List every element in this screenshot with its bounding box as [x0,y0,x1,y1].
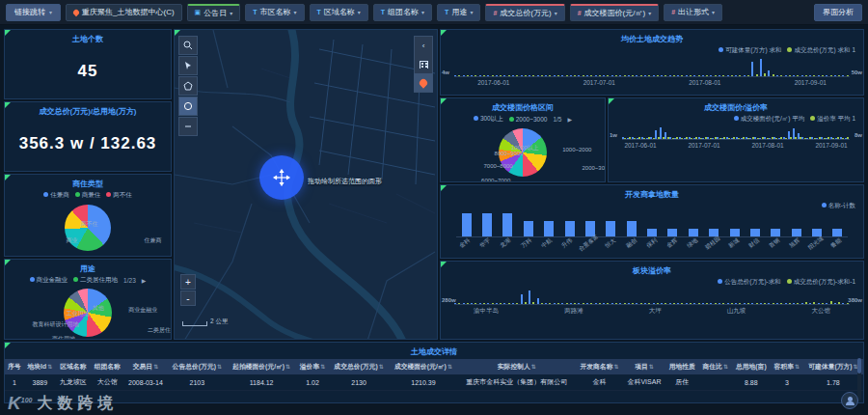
chart-bar [557,303,559,304]
selection-circle[interactable] [259,155,304,200]
clear-icon[interactable] [178,117,198,136]
x-tick: 山九坡 [727,307,746,316]
chevron-down-icon: ▾ [294,9,297,15]
table-header-cell[interactable]: 交易日⇅ [124,359,168,374]
chart-bar [500,75,502,76]
assistant-float-button[interactable] [841,392,858,409]
legend-item[interactable]: 成交楼面价(元/㎡) 平均 [734,115,804,124]
chart-bar [467,303,469,304]
legend-item[interactable]: 可建体量(万方) 求和 [719,46,781,55]
legend-item[interactable]: 成交总价(万元) 求和 1 [787,46,855,55]
filter-chip-region[interactable]: T 区域名称 ▾ [310,4,368,21]
table-header-cell[interactable]: 溢价率⇅ [296,359,329,374]
table-header-cell[interactable]: 成交总价(万元)⇅ [329,359,389,374]
chart-bar [554,303,556,304]
chart-bar [578,75,580,76]
sort-icon[interactable]: ⇅ [217,364,222,370]
analysis-button[interactable]: 界面分析 [814,4,862,21]
chart-bar [690,303,692,304]
legend-item[interactable]: 名称-计数 [822,202,855,210]
draw-polygon-icon[interactable] [178,76,198,96]
filter-chip-group[interactable]: T 组团名称 ▾ [373,4,432,21]
zoom-out-button[interactable]: - [180,290,196,306]
legend-item[interactable]: 两不住 [106,191,132,200]
legend-item[interactable]: 2000~3000 [509,116,548,123]
table-header-row: 序号地块Id⇅区域名称组团名称交易日⇅公告总价(万元)⇅起拍楼面价(元/㎡)⇅溢… [5,359,863,374]
table-header-cell[interactable]: 项目⇅ [623,359,665,374]
pie-chart-usage[interactable]: 商业金融业二类居住用地一类居住用地商业用地、商务用地居住、商业用地一类居住商住用… [5,286,171,340]
link-jump-button[interactable]: 链接跳转 ▾ [6,4,61,21]
legend-item[interactable]: 商兼住 [75,191,101,200]
legend-item[interactable]: 300以上 [474,115,503,124]
chart-bar [500,303,502,304]
bar-cell [786,212,806,236]
table-header-cell[interactable]: 成交楼面价(元/㎡)⇅ [389,359,458,374]
table-header-cell[interactable]: 可建体量(万方)⇅ [803,359,863,374]
chart-bar [722,75,724,76]
collapse-left-icon[interactable]: ‹ [414,37,433,55]
pie-chart-mixed-type[interactable]: 住兼商商兼住兼营住商业两不住 [5,201,171,255]
legend-item[interactable]: 成交总价(万元)-求和-1 [787,278,855,287]
table-row[interactable]: 13889九龙坡区大公馆2008-03-1421031184.121.02213… [5,374,863,391]
buildings-icon[interactable] [414,55,433,73]
table-header-cell[interactable]: 起拍楼面价(元/㎡)⇅ [227,359,296,374]
legend-item[interactable]: 二类居住用地 [73,276,118,285]
legend-item[interactable]: 商业金融业 [30,276,68,285]
table-cell [699,374,732,391]
chart-panel-mixed-type: 商住类型 住兼商 商兼住 两不住 住兼商商兼住兼营住商业两不住 [4,174,172,257]
filter-chip-floor-price[interactable]: # 成交楼面价(元/㎡) ▾ [570,4,659,21]
scrollbar-thumb[interactable] [857,358,861,374]
sort-icon[interactable]: ⇅ [448,364,452,370]
sort-icon[interactable]: ⇅ [723,364,728,370]
bar-cell [498,212,518,236]
dense-bar-chart[interactable] [454,290,850,305]
bar-cell [704,212,724,236]
draw-circle-icon[interactable] [178,97,198,116]
sort-icon[interactable]: ⇅ [320,364,325,370]
legend-item[interactable]: 公告总价(万元)-求和 [718,278,781,287]
filter-chip-announce-date[interactable]: ▣ 公告日 ▾ [187,4,241,21]
chart-bar [756,303,758,304]
legend-item[interactable]: 住兼商 [43,191,69,200]
x-tick: 2017-07-01 [583,79,615,86]
sort-icon[interactable]: ⇅ [379,364,384,370]
table-header-cell[interactable]: 地块Id⇅ [24,359,56,374]
chart-bar [549,303,551,304]
legend-next-icon[interactable]: ▶ [568,116,573,123]
sort-icon[interactable]: ⇅ [285,364,290,370]
table-header-cell[interactable]: 容积率⇅ [771,359,803,374]
sort-icon[interactable]: ⇅ [47,364,52,370]
filter-chip-usage[interactable]: T 用途 ▾ [437,4,480,21]
sort-icon[interactable]: ⇅ [531,364,536,370]
chart-bar [624,303,626,304]
cursor-icon[interactable] [178,56,198,75]
map-panel: + - 2 公里 ‹ 拖动绘制所选范围的圆形 [174,29,438,340]
location-pin-icon[interactable] [414,73,433,92]
legend-item[interactable]: 溢价率 平均 1 [810,115,855,124]
dense-bar-chart[interactable] [622,126,850,140]
sort-icon[interactable]: ⇅ [795,364,800,370]
bar-chart-developers[interactable] [456,212,848,237]
chart-bar [475,75,476,76]
sort-icon[interactable]: ⇅ [649,364,654,370]
legend-next-icon[interactable]: ▶ [142,277,147,284]
filter-chip-total-price[interactable]: # 成交总价(万元) ▾ [485,4,564,21]
pie-chart-floor-price[interactable]: 1000~20002000~30003000~4000300~10004000~… [441,124,605,180]
map-canvas[interactable] [175,30,438,340]
table-header-cell[interactable]: 商住比⇅ [699,359,732,374]
filter-chip-district[interactable]: T 市区名称 ▾ [245,4,304,21]
chart-bar [537,75,539,76]
chart-bar [722,303,724,304]
table-header-cell[interactable]: 开发商名称⇅ [576,359,623,374]
zoom-in-button[interactable]: + [180,274,196,290]
filter-chip-sale-form[interactable]: # 出让形式 ▾ [664,4,722,21]
sort-icon[interactable]: ⇅ [613,364,618,370]
table-header-cell[interactable]: 实际控制人⇅ [458,359,576,374]
search-icon[interactable] [178,36,198,55]
sort-icon[interactable]: ⇅ [153,364,158,370]
location-chip[interactable]: 重庆聚焦_土地数据中心(C) [66,4,182,21]
table-header-cell[interactable]: 公告总价(万元)⇅ [167,359,227,374]
dense-bar-chart[interactable] [454,58,850,77]
x-axis-ticks: 2017-06-01 2017-07-01 2017-08-01 2017-09… [441,79,863,86]
chart-bar [731,303,733,304]
